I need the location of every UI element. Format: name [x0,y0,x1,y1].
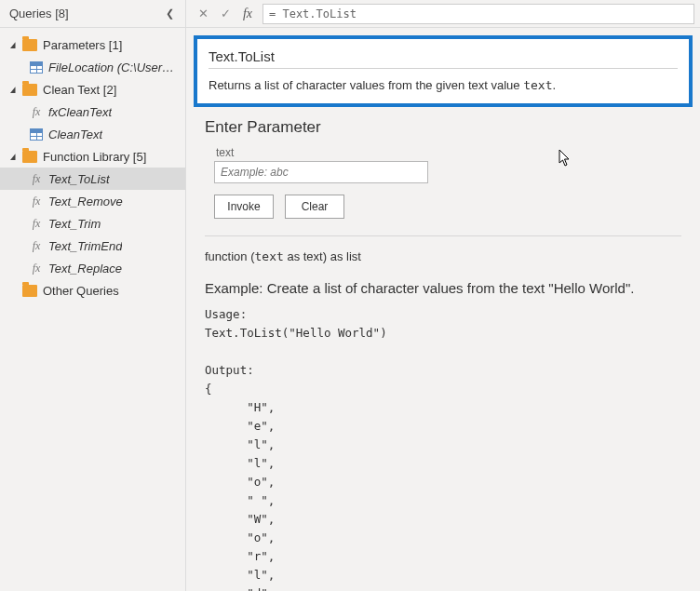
fx-icon: fx [30,105,43,119]
divider [209,68,678,69]
tree-group-label: Parameters [1] [43,38,122,52]
enter-parameter-title: Enter Parameter [205,118,681,137]
queries-pane-title: Queries [8] [9,7,69,20]
fx-icon: fx [30,172,43,186]
fx-icon: fx [236,7,259,21]
formula-commit-button[interactable]: ✓ [214,4,236,24]
tree-group[interactable]: ◢Function Library [5] [0,145,185,168]
tree-item[interactable]: fxfxCleanText [0,101,185,123]
tree-group[interactable]: Other Queries [0,279,185,302]
invoke-button[interactable]: Invoke [214,195,274,219]
formula-cancel-button[interactable]: ✕ [192,4,214,24]
tree-item[interactable]: fxText_Replace [0,257,185,279]
table-icon [30,61,43,74]
example-code-block: Usage: Text.ToList("Hello World") Output… [205,305,681,591]
tree-item[interactable]: fxText_ToList [0,168,185,190]
tree-group-label: Other Queries [43,284,119,298]
tree-item-label: CleanText [48,128,102,141]
triangle-down-icon[interactable]: ◢ [10,40,18,49]
folder-icon [22,39,37,51]
tree-item-label: FileLocation (C:\Users\L... [48,60,180,74]
queries-pane-header: Queries [8] ❮ [0,0,185,28]
desc-text: Returns a list of character values from … [209,78,523,92]
folder-icon [22,84,37,96]
table-icon [30,128,43,141]
clear-button[interactable]: Clear [285,195,344,219]
tree-item[interactable]: fxText_TrimEnd [0,235,185,257]
example-title: Example: Create a list of character valu… [205,280,681,296]
function-signature: function (text as text) as list [205,249,681,263]
fx-icon: fx [30,217,43,231]
param-text-input[interactable] [214,161,428,183]
tree-item-label: Text_Remove [48,195,123,208]
button-row: Invoke Clear [214,195,681,219]
formula-bar: ✕ ✓ fx [186,0,700,28]
fx-icon: fx [30,195,43,208]
queries-pane: Queries [8] ❮ ◢Parameters [1]FileLocatio… [0,0,186,591]
tree-item-label: Text_ToList [48,172,110,186]
tree-item-label: Text_Trim [48,217,101,231]
sig-arg: text [254,249,283,263]
triangle-down-icon[interactable]: ◢ [10,152,18,161]
function-description: Returns a list of character values from … [209,78,678,92]
formula-input[interactable] [262,4,694,24]
tree-item-label: fxCleanText [48,105,112,119]
fx-icon: fx [30,239,43,253]
tree-item-label: Text_Replace [48,262,122,275]
function-name: Text.ToList [209,48,678,64]
tree-item[interactable]: CleanText [0,123,185,145]
param-label-text: text [216,146,681,159]
sig-suffix: as text) as list [284,249,361,263]
tree-group-label: Clean Text [2] [43,83,116,97]
tree-item[interactable]: fxText_Remove [0,190,185,212]
folder-icon [22,151,37,163]
folder-icon [22,285,37,297]
divider [205,235,681,236]
tree-item-label: Text_TrimEnd [48,239,122,253]
desc-suffix: . [552,78,556,92]
tree-group[interactable]: ◢Parameters [1] [0,34,185,56]
fx-icon: fx [30,262,43,275]
tree-item[interactable]: FileLocation (C:\Users\L... [0,56,185,78]
queries-tree: ◢Parameters [1]FileLocation (C:\Users\L.… [0,28,185,307]
tree-group-label: Function Library [5] [43,150,146,164]
desc-code: text [523,78,552,92]
sig-prefix: function ( [205,249,254,263]
function-info-box: Text.ToList Returns a list of character … [194,35,693,107]
content-area: Enter Parameter text Invoke Clear functi… [186,107,700,591]
tree-group[interactable]: ◢Clean Text [2] [0,78,185,101]
triangle-down-icon[interactable]: ◢ [10,85,18,94]
tree-item[interactable]: fxText_Trim [0,212,185,235]
collapse-pane-icon[interactable]: ❮ [162,6,178,21]
main-area: ✕ ✓ fx Text.ToList Returns a list of cha… [186,0,700,591]
